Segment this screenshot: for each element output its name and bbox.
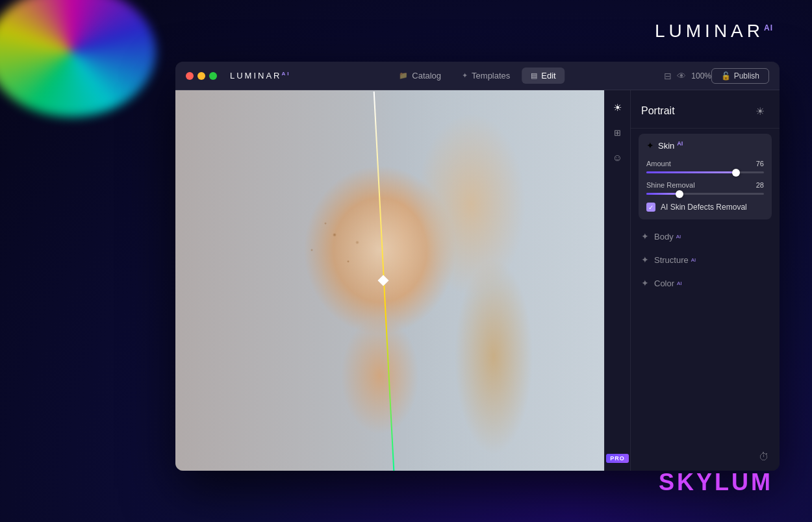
skin-ai-text: AI: [677, 141, 683, 147]
face-icon: ☺: [613, 152, 622, 163]
skin-ai-header[interactable]: ✦ SkinAI: [639, 134, 772, 157]
color-ai-text: AI: [677, 280, 682, 286]
templates-icon: ✦: [462, 71, 468, 80]
tab-edit-label: Edit: [541, 71, 555, 81]
body-label: BodyAI: [654, 232, 681, 242]
shine-slider-fill: [646, 193, 679, 195]
shine-control: Shine Removal 28: [646, 181, 764, 195]
minimize-dot[interactable]: [197, 72, 205, 80]
content-area: ☀ ⊞ ☺ PRO Portrait ☀ ✦: [175, 90, 780, 471]
amount-slider-fill: [646, 171, 736, 173]
right-panel: Portrait ☀ ✦ SkinAI Amount: [630, 90, 780, 471]
structure-label: StructureAI: [654, 255, 696, 265]
catalog-icon: 📁: [399, 71, 408, 80]
side-icons: ☀ ⊞ ☺ PRO: [604, 90, 630, 471]
body-icon: ✦: [641, 231, 649, 242]
app-name-text: LUMINAR: [230, 71, 282, 81]
close-dot[interactable]: [186, 72, 194, 80]
panel-title: Portrait: [641, 105, 675, 117]
face-icon-btn[interactable]: ☺: [608, 147, 628, 167]
publish-icon: 🔓: [721, 71, 731, 81]
amount-slider-thumb[interactable]: [732, 169, 740, 177]
photo-canvas[interactable]: [175, 90, 630, 471]
app-logo: LUMINARAI: [230, 71, 291, 81]
zoom-display: ⊟ 👁 100%: [664, 71, 711, 81]
eye-icon[interactable]: 👁: [677, 71, 686, 81]
ai-skin-defects-label: AI Skin Defects Removal: [661, 203, 747, 212]
panel-sun-btn[interactable]: ☀: [751, 102, 769, 120]
body-ai-item[interactable]: ✦ BodyAI: [631, 225, 780, 248]
panel-header: Portrait ☀: [631, 90, 780, 129]
shine-label-row: Shine Removal 28: [646, 181, 764, 189]
app-ai-suffix: AI: [282, 71, 291, 77]
app-window: LUMINARAI 📁 Catalog ✦ Templates ▤ Edit ⊟…: [175, 62, 780, 471]
panel-bottom: ⏱: [631, 443, 780, 471]
amount-value: 76: [756, 160, 764, 168]
body-ai-text: AI: [676, 234, 681, 240]
checkbox-check-icon: ✓: [648, 204, 653, 211]
amount-label-row: Amount 76: [646, 160, 764, 168]
structure-icon: ✦: [641, 255, 649, 265]
photo-after: [175, 90, 630, 471]
shine-slider-thumb[interactable]: [676, 190, 683, 198]
history-button[interactable]: ⏱: [759, 451, 769, 463]
publish-button[interactable]: 🔓 Publish: [711, 68, 769, 84]
edit-icon: ▤: [531, 71, 537, 80]
layers-icon: ⊞: [614, 128, 621, 138]
amount-label: Amount: [646, 160, 671, 168]
structure-ai-item[interactable]: ✦ StructureAI: [631, 248, 780, 271]
skin-ai-card: ✦ SkinAI Amount 76: [639, 134, 772, 219]
title-bar: LUMINARAI 📁 Catalog ✦ Templates ▤ Edit ⊟…: [175, 62, 780, 90]
skylum-title: SKYLUM: [659, 469, 773, 496]
color-label-text: Color: [654, 279, 674, 288]
brand-name: LUMINAR: [655, 21, 764, 41]
color-ai-item[interactable]: ✦ ColorAI: [631, 271, 780, 295]
layers-icon-btn[interactable]: ⊞: [608, 123, 628, 142]
skin-label-text: Skin: [658, 141, 674, 151]
color-label: ColorAI: [654, 279, 682, 288]
amount-control: Amount 76: [646, 160, 764, 173]
brand-ai-suffix: AI: [764, 23, 773, 32]
publish-label: Publish: [734, 71, 759, 81]
skin-controls: Amount 76 Shine Removal 28: [639, 157, 772, 219]
skin-section-icon: ✦: [646, 140, 654, 151]
structure-ai-text: AI: [691, 257, 696, 263]
tab-catalog[interactable]: 📁 Catalog: [390, 68, 450, 84]
tab-catalog-label: Catalog: [412, 71, 441, 81]
shine-value: 28: [756, 181, 764, 189]
brand-title: LUMINARAI: [655, 21, 773, 42]
structure-label-text: Structure: [654, 255, 689, 265]
ai-skin-defects-row: ✓ AI Skin Defects Removal: [646, 203, 764, 212]
nav-tabs: 📁 Catalog ✦ Templates ▤ Edit: [390, 68, 565, 84]
shine-slider[interactable]: [646, 193, 764, 195]
sun-icon: ☀: [613, 102, 622, 114]
zoom-value: 100%: [691, 71, 711, 81]
pro-badge: PRO: [606, 454, 629, 463]
skin-ai-label: SkinAI: [658, 141, 683, 151]
panel-sun-icon: ☀: [755, 105, 765, 118]
tab-templates-label: Templates: [472, 71, 510, 81]
sun-icon-btn[interactable]: ☀: [608, 98, 628, 118]
tab-edit[interactable]: ▤ Edit: [522, 68, 565, 84]
split-view-icon[interactable]: ⊟: [664, 71, 672, 81]
tab-templates[interactable]: ✦ Templates: [453, 68, 519, 84]
traffic-lights: [186, 72, 217, 80]
maximize-dot[interactable]: [209, 72, 217, 80]
shine-label: Shine Removal: [646, 181, 695, 189]
body-label-text: Body: [654, 232, 674, 242]
color-icon: ✦: [641, 278, 649, 288]
ai-skin-defects-checkbox[interactable]: ✓: [646, 203, 655, 212]
amount-slider[interactable]: [646, 171, 764, 173]
